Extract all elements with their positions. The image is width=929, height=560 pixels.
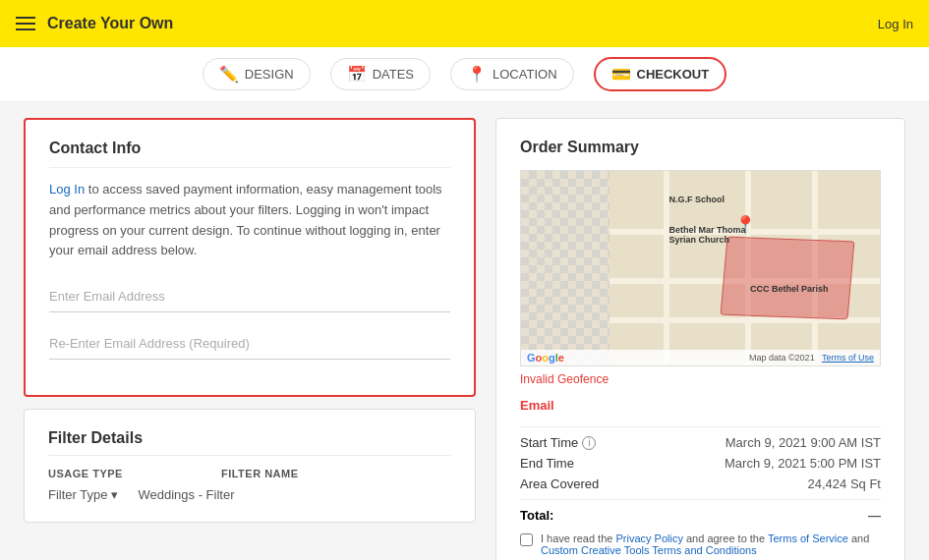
step-checkout-label: CHECKOUT [637,67,710,82]
google-logo: Google [527,352,564,364]
map-checker-pattern [521,171,610,365]
end-time-label: End Time [520,456,574,471]
left-panel: Contact Info Log In to access saved paym… [24,118,476,544]
header-left: Create Your Own [16,15,173,32]
contact-info-description: Log In to access saved payment informati… [49,180,450,261]
right-panel: Order Summary [495,118,905,544]
start-time-label: Start Time i [520,435,596,450]
email-label: Email [520,398,554,413]
header: Create Your Own Log In [0,0,929,47]
step-navigation: ✏️ DESIGN 📅 DATES 📍 LOCATION 💳 CHECKOUT [0,47,929,102]
email-row: Email [520,398,881,419]
invalid-geofence-label: Invalid Geofence [520,372,881,386]
school-label: N.G.F School [669,195,726,204]
total-row: Total: — [520,508,881,523]
map-streets: 📍 N.G.F School Bethel Mar ThomaSyrian Ch… [610,171,880,365]
main-content: Contact Info Log In to access saved paym… [0,102,929,560]
checkout-icon: 💳 [611,65,631,84]
map-container: 📍 N.G.F School Bethel Mar ThomaSyrian Ch… [520,170,881,366]
step-checkout[interactable]: 💳 CHECKOUT [594,57,727,91]
start-time-row: Start Time i March 9, 2021 9:00 AM IST [520,435,881,450]
location-icon: 📍 [467,65,487,84]
filter-details-card: Filter Details USAGE TYPE FILTER NAME Fi… [24,409,476,523]
dates-icon: 📅 [347,65,367,84]
email-input[interactable] [49,281,450,312]
order-summary-card: Order Summary [495,118,905,560]
filter-type-label: Filter Type [48,487,107,502]
start-time-info-icon[interactable]: i [582,436,596,450]
total-value: — [868,508,881,523]
step-dates[interactable]: 📅 DATES [330,58,431,90]
usage-type-select[interactable]: Filter Type ▾ [48,487,118,502]
terms-text: I have read the Privacy Policy and agree… [541,532,881,556]
map-background: 📍 N.G.F School Bethel Mar ThomaSyrian Ch… [521,171,880,365]
divider-1 [520,426,881,427]
contact-info-card: Contact Info Log In to access saved paym… [24,118,476,397]
filter-name-value: Weddings - Filter [138,487,234,502]
area-row: Area Covered 24,424 Sq Ft [520,476,881,491]
total-label: Total: [520,508,553,523]
email-confirm-input[interactable] [49,328,450,360]
app-title: Create Your Own [47,15,173,32]
terms-row: I have read the Privacy Policy and agree… [520,532,881,556]
hamburger-icon[interactable] [16,17,35,30]
filter-name-header: FILTER NAME [221,468,299,479]
design-icon: ✏️ [219,65,239,84]
divider-2 [520,499,881,500]
tos-link[interactable]: Terms of Service [768,532,848,544]
chevron-down-icon: ▾ [111,487,118,502]
step-dates-label: DATES [373,67,414,82]
filter-row: Filter Type ▾ Weddings - Filter [48,487,451,502]
church-label: Bethel Mar ThomaSyrian Church [669,225,746,245]
area-label: Area Covered [520,476,599,491]
step-design[interactable]: ✏️ DESIGN [203,58,311,90]
area-value: 24,424 Sq Ft [808,476,881,491]
end-time-value: March 9, 2021 5:00 PM IST [725,456,881,471]
login-link[interactable]: Log In [49,182,85,196]
end-time-row: End Time March 9, 2021 5:00 PM IST [520,456,881,471]
custom-tools-link[interactable]: Custom Creative Tools Terms and Conditio… [541,544,757,556]
order-summary-title: Order Summary [520,139,881,156]
ccc-label: CCC Bethel Parish [750,284,829,294]
usage-type-header: USAGE TYPE [48,468,123,479]
privacy-link[interactable]: Privacy Policy [615,532,682,544]
login-button[interactable]: Log In [878,17,913,31]
step-location[interactable]: 📍 LOCATION [450,58,574,90]
filter-details-title: Filter Details [48,429,451,456]
step-design-label: DESIGN [245,67,294,82]
filter-table-header: USAGE TYPE FILTER NAME [48,468,451,479]
contact-info-title: Contact Info [49,140,450,168]
map-terms-link[interactable]: Terms of Use [822,353,874,363]
map-data-label: Map data ©2021 Terms of Use [749,353,874,363]
step-location-label: LOCATION [493,67,557,82]
map-footer: Google Map data ©2021 Terms of Use [521,350,880,365]
terms-checkbox[interactable] [520,533,533,546]
start-time-value: March 9, 2021 9:00 AM IST [726,435,881,450]
